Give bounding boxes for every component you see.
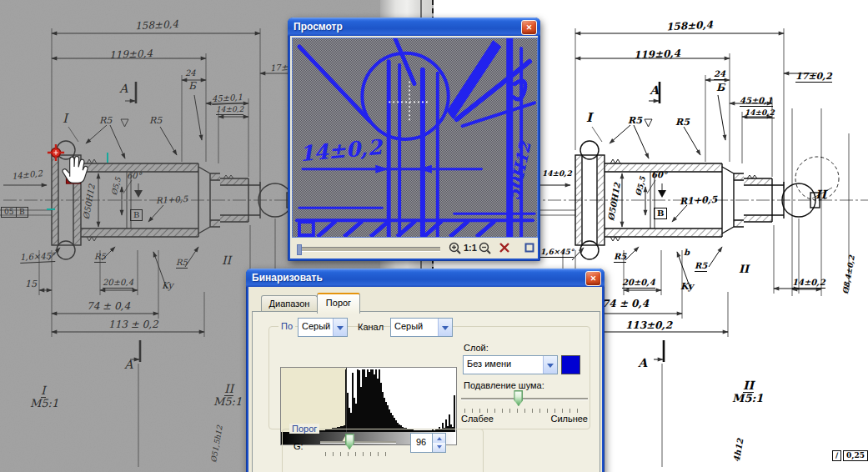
preview-zoom-slider-thumb[interactable] [297, 244, 302, 255]
histogram-threshold-line [346, 368, 347, 432]
noise-slider-groove [461, 398, 588, 400]
close-icon[interactable]: ✕ [585, 271, 601, 286]
layer-color-swatch[interactable] [561, 355, 580, 374]
preview-toolbar: 1:1 [292, 239, 536, 259]
g-slider-groove [320, 441, 396, 444]
spinner-down-icon[interactable] [433, 443, 445, 452]
channel-select[interactable]: Серый [390, 318, 453, 337]
zoom-out-icon[interactable] [477, 240, 492, 255]
preview-image[interactable]: 14±0,2 50Н12 [292, 38, 538, 238]
chevron-down-icon[interactable] [333, 319, 347, 336]
binarize-dialog: Бинаризовать ✕ Диапазон Порог По Серый К… [246, 269, 605, 472]
threshold-group-label: Порог [289, 424, 319, 434]
preview-title: Просмотр [288, 21, 343, 33]
layer-select-value: Без имени [464, 356, 543, 374]
binarized-preview-lines [293, 38, 537, 237]
stop-icon[interactable] [522, 240, 537, 255]
threshold-tab-panel: По Серый Канал Серый Слой: [252, 311, 600, 472]
g-slider-ticks [325, 452, 391, 456]
layer-select[interactable]: Без имени [463, 355, 558, 374]
screen: 158±0,4119±0,424Б45±0,114±0,217±0,2АIR5R… [0, 0, 868, 472]
channel-label: Канал [358, 322, 384, 332]
registration-mark [107, 153, 108, 163]
close-icon[interactable]: ✕ [521, 20, 537, 35]
noise-label: Подавление шума: [464, 380, 544, 390]
g-threshold-slider[interactable] [320, 434, 396, 457]
noise-weaker-label: Слабее [461, 414, 494, 424]
threshold-value: 96 [411, 434, 432, 452]
zoom-in-icon[interactable] [447, 240, 462, 255]
by-select-value: Серый [299, 319, 333, 336]
chevron-down-icon[interactable] [438, 319, 452, 336]
binarize-titlebar[interactable]: Бинаризовать ✕ [246, 269, 605, 287]
cancel-icon[interactable] [497, 240, 512, 255]
registration-mark [47, 208, 55, 210]
noise-slider-ticks [464, 409, 585, 413]
preview-window: Просмотр ✕ [288, 18, 540, 261]
preview-client: 14±0,2 50Н12 1:1 [290, 36, 538, 259]
tab-threshold[interactable]: Порог [317, 293, 360, 314]
g-slider-thumb[interactable] [345, 434, 354, 449]
hand-cursor-icon [60, 148, 88, 187]
by-select[interactable]: Серый [298, 318, 348, 337]
preview-zoom-slider[interactable] [297, 247, 440, 252]
noise-stronger-label: Сильнее [544, 414, 588, 424]
binarize-title: Бинаризовать [246, 272, 323, 284]
histogram-bar [454, 395, 455, 432]
spinner-up-icon[interactable] [433, 434, 445, 443]
histogram-bars [282, 369, 455, 432]
preview-titlebar[interactable]: Просмотр ✕ [288, 18, 540, 36]
noise-slider-thumb[interactable] [514, 390, 523, 406]
threshold-spinner[interactable]: 96 [410, 433, 446, 453]
layer-label: Слой: [464, 343, 489, 353]
binarize-client: Диапазон Порог По Серый Канал Серый [248, 287, 602, 472]
g-channel-label: G: [294, 441, 304, 451]
chevron-down-icon[interactable] [543, 356, 557, 374]
tab-range[interactable]: Диапазон [261, 295, 318, 312]
actual-size-button[interactable]: 1:1 [464, 243, 477, 253]
channel-select-value: Серый [391, 319, 438, 336]
noise-slider[interactable] [461, 390, 588, 414]
by-group-label: По [278, 321, 295, 331]
